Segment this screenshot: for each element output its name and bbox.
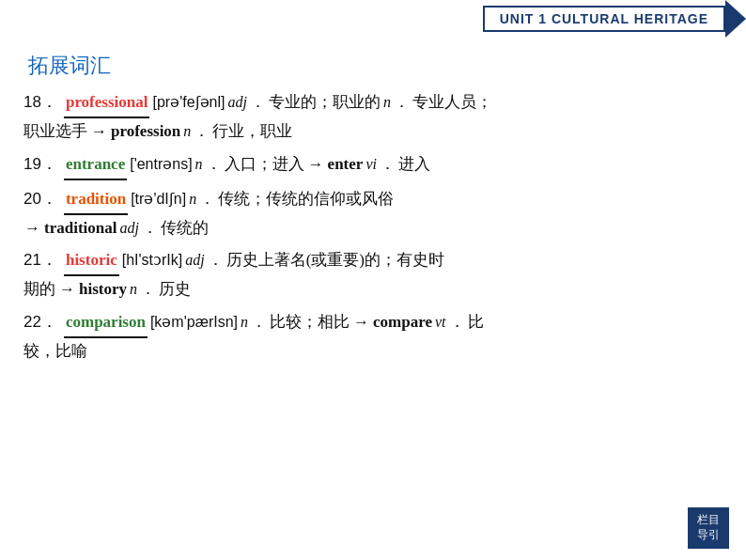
unit-title: UNIT 1 CULTURAL HERITAGE xyxy=(483,6,725,32)
vocabulary-content: 18． professional [prə'feʃənl] adj． 专业的；职… xyxy=(23,89,723,371)
entry-21: 21． historic [hI'stɔrIk] adj． 历史上著名(或重要)… xyxy=(23,247,723,303)
entry-22-arrow-dot: ． xyxy=(449,309,465,336)
entry-21-arrow-pos: n xyxy=(130,276,137,302)
entry-19-keyword: entrance xyxy=(64,151,127,180)
entry-18-dot2: ． xyxy=(394,89,410,117)
entry-20-line2: → traditional adj． 传统的 xyxy=(23,215,723,242)
entry-18-number: 18． xyxy=(23,89,57,117)
entry-18-pos2: n xyxy=(383,89,391,115)
entry-22-arrow-pos: vt xyxy=(435,309,446,334)
entry-21-number: 21． xyxy=(23,247,57,274)
entry-18: 18． professional [prə'feʃənl] adj． 专业的；职… xyxy=(23,89,723,146)
entry-18-line2: 职业选手 → profession n． 行业，职业 xyxy=(23,118,723,146)
entry-21-line1: 21． historic [hI'stɔrIk] adj． 历史上著名(或重要)… xyxy=(23,247,723,276)
entry-21-phonetic: [hI'stɔrIk] xyxy=(122,247,183,272)
entry-18-arrow-pos: n xyxy=(183,118,191,144)
entry-22-def1: 比较；相比 xyxy=(270,309,350,336)
entry-18-dot1: ． xyxy=(250,89,266,117)
entry-22-number: 22． xyxy=(23,309,57,336)
entry-20-pos1: n xyxy=(189,186,196,211)
entry-20-arrow-def: 传统的 xyxy=(161,215,209,242)
header: UNIT 1 CULTURAL HERITAGE xyxy=(483,0,746,38)
entry-22-dot1: ． xyxy=(251,309,267,336)
entry-20: 20． tradition [trə'dIʃn] n． 传统；传统的信仰或风俗 … xyxy=(23,186,723,242)
entry-18-phonetic: [prə'feʃənl] xyxy=(152,89,225,115)
entry-18-def2b: 职业选手 xyxy=(23,118,87,146)
entry-22-pos1: n xyxy=(241,309,248,334)
entry-22-def-comp: 比 xyxy=(468,309,484,336)
entry-19-dot1: ． xyxy=(206,151,222,179)
entry-21-keyword: historic xyxy=(64,247,119,276)
entry-21-def1b: 期的 xyxy=(23,276,55,303)
entry-18-arrow-dot: ． xyxy=(194,118,210,146)
header-arrow-icon xyxy=(725,0,746,38)
entry-19-phonetic: ['entrəns] xyxy=(130,151,192,177)
entry-20-arrow-pos: adj xyxy=(119,215,138,241)
entry-20-line1: 20． tradition [trə'dIʃn] n． 传统；传统的信仰或风俗 xyxy=(23,186,723,215)
entry-22-line2: 较，比喻 xyxy=(23,338,723,366)
entry-18-line1: 18． professional [prə'feʃənl] adj． 专业的；职… xyxy=(23,89,723,118)
entry-20-phonetic: [trə'dIʃn] xyxy=(131,186,186,211)
entry-22-keyword: comparison xyxy=(64,309,148,338)
entry-20-dot1: ． xyxy=(199,186,215,213)
entry-22-phonetic: [kəm'pærIsn] xyxy=(150,309,238,334)
entry-18-arrow: → xyxy=(91,118,107,146)
entry-21-def1: 历史上著名(或重要)的；有史时 xyxy=(226,247,444,274)
entry-18-arrow-word: profession xyxy=(111,118,180,146)
entry-21-arrow: → xyxy=(59,276,75,303)
entry-18-keyword: professional xyxy=(64,89,150,118)
entry-18-pos1: adj xyxy=(227,89,246,115)
nav-button[interactable]: 栏目 导引 xyxy=(688,507,729,549)
entry-22: 22． comparison [kəm'pærIsn] n． 比较；相比 → c… xyxy=(23,309,723,366)
entry-20-keyword: tradition xyxy=(64,186,128,215)
entry-21-arrow-dot: ． xyxy=(140,276,156,303)
entry-19-arrow-pos: vi xyxy=(365,151,377,177)
entry-20-number: 20． xyxy=(23,186,57,213)
entry-19: 19． entrance ['entrəns] n． 入口；进入 → enter… xyxy=(23,151,723,180)
entry-21-pos1: adj xyxy=(185,247,204,272)
entry-20-arrow: → xyxy=(24,215,40,242)
entry-21-arrow-word: history xyxy=(79,276,127,303)
entry-19-number: 19． xyxy=(23,151,57,179)
entry-20-arrow-dot: ． xyxy=(142,215,158,242)
entry-18-def2: 专业人员； xyxy=(412,89,492,117)
section-title: 拓展词汇 xyxy=(28,52,111,80)
entry-22-line1: 22． comparison [kəm'pærIsn] n． 比较；相比 → c… xyxy=(23,309,723,338)
entry-19-arrow-word: enter xyxy=(328,151,364,179)
entry-21-dot1: ． xyxy=(208,247,224,274)
entry-22-def-comp2: 较，比喻 xyxy=(23,338,87,366)
entry-21-line2: 期的 → history n． 历史 xyxy=(23,276,723,303)
entry-19-arrow-dot: ． xyxy=(380,151,396,179)
entry-18-def1: 专业的；职业的 xyxy=(269,89,381,117)
entry-19-arrow-def: 进入 xyxy=(398,151,430,179)
entry-19-arrow: → xyxy=(308,151,324,179)
entry-19-line1: 19． entrance ['entrəns] n． 入口；进入 → enter… xyxy=(23,151,723,180)
entry-19-pos1: n xyxy=(195,151,203,177)
entry-19-def1: 入口；进入 xyxy=(225,151,304,179)
entry-20-def1: 传统；传统的信仰或风俗 xyxy=(218,186,394,213)
entry-21-arrow-def: 历史 xyxy=(159,276,191,303)
entry-22-arrow: → xyxy=(353,309,369,336)
entry-20-arrow-word: traditional xyxy=(44,215,117,242)
entry-18-arrow-def: 行业，职业 xyxy=(212,118,292,146)
entry-22-arrow-word: compare xyxy=(373,309,432,336)
